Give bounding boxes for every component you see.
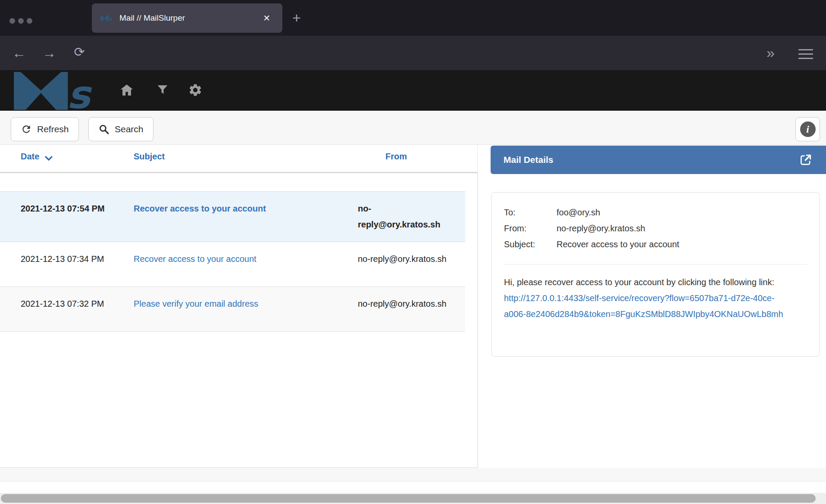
refresh-label: Refresh [37,124,69,134]
mail-details-title: Mail Details [504,155,798,165]
new-tab-button[interactable]: + [292,9,301,26]
mail-from: no-reply@ory.kratos.sh [358,296,465,322]
mail-list-panel: Date Subject From 2021-12-13 07:54 PM Re… [0,145,478,468]
subject-value: Recover access to your account [557,236,807,252]
from-label: From: [504,221,557,236]
filter-icon[interactable] [156,83,169,96]
info-icon: i [800,121,816,137]
tab-title: Mail // MailSlurper [119,13,260,23]
reload-button[interactable]: ⟳ [70,43,89,62]
table-row[interactable]: 2021-12-13 07:54 PM Recover access to yo… [0,192,465,242]
browser-tab-bar: s Mail // MailSlurper ✕ + [0,0,826,36]
gear-icon[interactable] [188,83,203,97]
mail-details-card: To: foo@ory.sh From: no-reply@ory.kratos… [491,192,820,357]
mailslurper-header: s [0,70,826,111]
table-row[interactable]: 2021-12-13 07:34 PM Recover access to yo… [0,242,465,287]
search-label: Search [115,124,144,134]
subject-label: Subject: [504,236,557,252]
scrollbar-thumb[interactable] [1,494,816,503]
search-icon [98,124,110,135]
recovery-link[interactable]: http://127.0.0.1:4433/self-service/recov… [504,293,783,319]
info-button[interactable]: i [795,117,820,141]
mailslurper-favicon: s [100,12,113,24]
mail-subject-link[interactable]: Please verify your email address [134,299,258,308]
mail-date: 2021-12-13 07:54 PM [0,201,134,233]
mail-body-text: Hi, please recover access to your accoun… [504,277,774,287]
open-external-icon[interactable] [798,152,813,167]
overflow-chevrons-icon[interactable]: » [767,44,773,61]
refresh-icon [21,124,32,135]
refresh-button[interactable]: Refresh [11,117,79,141]
details-divider [504,264,807,264]
main-content: Date Subject From 2021-12-13 07:54 PM Re… [0,145,826,504]
to-value: foo@ory.sh [557,205,807,221]
svg-text:s: s [67,72,92,110]
mail-date: 2021-12-13 07:32 PM [0,296,134,322]
mail-table-header: Date Subject From [0,145,477,173]
mail-date: 2021-12-13 07:34 PM [0,251,134,277]
sort-chevron-down-icon [44,153,54,163]
hamburger-menu-icon[interactable] [798,49,813,62]
search-button[interactable]: Search [88,117,153,141]
back-button[interactable]: ← [9,44,28,62]
column-header-from[interactable]: From [358,152,477,172]
mail-subject-link[interactable]: Recover access to your account [134,204,266,213]
to-label: To: [504,205,557,221]
horizontal-scrollbar[interactable] [0,493,826,504]
column-header-subject[interactable]: Subject [134,152,358,172]
column-header-date[interactable]: Date [0,152,134,172]
home-icon[interactable] [119,83,135,97]
mail-details-header: Mail Details [491,146,826,174]
browser-navbar: ← → ⟳ 127.0.0.1:4436/# 90% ☆ » [0,36,826,70]
forward-button[interactable]: → [40,44,59,62]
browser-tab[interactable]: s Mail // MailSlurper ✕ [92,3,282,33]
mail-body: Hi, please recover access to your accoun… [504,274,794,322]
table-row[interactable]: 2021-12-13 07:32 PM Please verify your e… [0,287,465,332]
mail-from: no-reply@ory.kratos.sh [358,251,465,277]
from-value: no-reply@ory.kratos.sh [557,221,807,236]
svg-text:s: s [109,15,113,22]
tab-close-icon[interactable]: ✕ [260,11,274,25]
mail-subject-link[interactable]: Recover access to your account [134,254,257,264]
mail-meta: To: foo@ory.sh From: no-reply@ory.kratos… [504,205,807,252]
footer-strip-white [0,482,826,493]
mail-from: no-reply@ory.kratos.sh [358,201,465,233]
mail-table-body: 2021-12-13 07:54 PM Recover access to yo… [0,191,465,332]
panel-divider [477,173,478,482]
action-toolbar: Refresh Search i [0,111,826,145]
window-controls[interactable] [9,18,32,24]
mailslurper-logo: s [13,72,99,110]
footer-strip [0,468,826,482]
